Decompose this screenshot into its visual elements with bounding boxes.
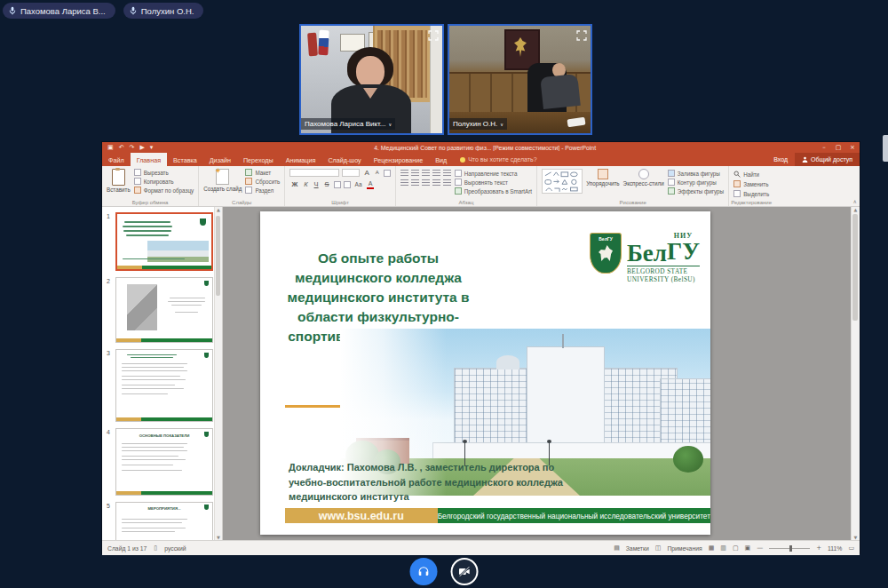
numbering-button[interactable] [411,169,419,176]
font-size-box[interactable] [342,169,360,177]
slide-thumbnail[interactable] [115,349,213,422]
redo-icon[interactable]: ↷ [130,144,135,151]
tab-review[interactable]: Рецензирование [368,153,430,166]
replace-button[interactable]: Заменить [733,180,769,187]
columns-button[interactable] [443,179,451,186]
justify-button[interactable] [432,179,440,186]
current-slide[interactable]: БелГУ Бел НИУ ГУ BELGOROD STATE [260,211,710,535]
slide-thumbnail[interactable]: ОСНОВНЫЕ ПОКАЗАТЕЛИ [115,428,213,496]
reset-button[interactable]: Сбросить [245,178,280,185]
canvas-scrollbar[interactable]: ▲ ▼ [851,207,860,540]
video-tile-pakhomova[interactable]: Пахомова Лариса Викт... ∨ [299,24,444,135]
zoom-level[interactable]: 111% [828,545,842,552]
tab-file[interactable]: Файл [102,153,131,166]
audio-button[interactable] [410,558,438,585]
notes-toggle[interactable]: Заметки [626,545,649,552]
video-tile-polukhin[interactable]: Полухин О.Н. ∨ [448,24,592,135]
shape-effects-button[interactable]: Эффекты фигуры [668,187,724,195]
shapes-gallery[interactable] [542,169,583,194]
new-slide-button[interactable]: Создать слайд [203,169,242,192]
thumbnail-scrollbar[interactable]: ▲ ▼ [214,207,222,540]
language-indicator[interactable]: русский [164,545,186,552]
tell-me-box[interactable]: Что вы хотите сделать? [453,153,543,166]
quick-styles-button[interactable]: Экспресс-стили [623,169,664,187]
sign-in-button[interactable]: Вход [766,153,795,166]
character-spacing-icon[interactable] [344,181,351,188]
cut-button[interactable]: Вырезать [134,169,194,176]
shape-outline-button[interactable]: Контур фигуры [668,179,724,186]
indent-increase-button[interactable] [432,169,440,176]
text-shadow-icon[interactable] [334,181,341,188]
slide-thumbnail[interactable] [115,212,213,271]
slide-thumbnail[interactable]: МЕРОПРИЯТИЯ... [115,502,213,540]
tab-design[interactable]: Дизайн [203,153,237,166]
expand-video-icon[interactable] [576,28,587,39]
zoom-slider[interactable] [769,548,810,549]
section-button[interactable]: Раздел [245,187,280,194]
smartart-button[interactable]: Преобразовать в SmartArt [455,187,532,195]
paste-button[interactable]: Вставить [107,169,131,193]
view-slideshow-icon[interactable]: ▣ [745,544,751,552]
shape-fill-button[interactable]: Заливка фигуры [668,170,724,177]
align-left-button[interactable] [400,179,408,186]
ppt-titlebar[interactable]: ▣ ↶ ↷ ▶ ▾ 4. Медицинский Совет по развит… [102,142,860,153]
text-direction-button[interactable]: Направление текста [455,170,532,177]
undo-icon[interactable]: ↶ [119,144,124,151]
scrollbar-thumb[interactable] [216,216,220,296]
expand-video-icon[interactable] [428,28,439,39]
scroll-up-icon[interactable]: ▲ [217,207,220,212]
share-button[interactable]: Общий доступ [795,153,860,166]
select-button[interactable]: Выделить [733,190,769,197]
video-name-label[interactable]: Полухин О.Н. ∨ [449,118,507,130]
slideshow-icon[interactable]: ▶ [139,144,144,151]
align-right-button[interactable] [422,179,430,186]
find-button[interactable]: Найти [733,171,769,178]
zoom-in-button[interactable]: + [816,544,821,552]
indent-decrease-button[interactable] [422,169,430,176]
zoom-slider-thumb[interactable] [789,545,792,552]
grow-font-button[interactable]: А [362,169,370,177]
underline-button[interactable]: Ч [313,180,321,188]
tab-insert[interactable]: Вставка [167,153,203,166]
arrange-button[interactable]: Упорядочить [586,169,619,187]
video-off-button[interactable] [451,558,479,585]
comments-toggle[interactable]: Примечания [667,545,702,552]
collapse-ribbon-icon[interactable]: ∧ [853,198,857,204]
font-color-button[interactable]: А [367,179,375,189]
tab-view[interactable]: Вид [429,153,453,166]
scroll-up-icon[interactable]: ▲ [854,207,858,212]
participant-badge[interactable]: Пахомова Лариса В... [3,3,115,19]
scroll-down-icon[interactable]: ▼ [854,535,858,540]
format-painter-button[interactable]: Формат по образцу [134,187,194,194]
proofing-icon[interactable]: ▯ [154,544,157,552]
tab-slideshow[interactable]: Слайд-шоу [321,153,367,166]
maximize-button[interactable]: ▢ [831,142,845,153]
align-center-button[interactable] [411,179,419,186]
change-case-button[interactable]: Аа [353,180,364,188]
scrollbar-thumb[interactable] [852,214,858,321]
participant-badge[interactable]: Полухин О.Н. [123,3,204,19]
tab-animations[interactable]: Анимация [280,153,322,166]
view-normal-icon[interactable]: ▦ [709,544,715,552]
bullets-button[interactable] [400,169,408,176]
slide-thumbnail[interactable] [115,277,213,343]
italic-button[interactable]: К [302,180,309,188]
shrink-font-button[interactable]: А [374,169,381,177]
view-sorter-icon[interactable]: ▥ [720,544,726,552]
align-text-button[interactable]: Выровнять текст [455,179,532,186]
video-name-label[interactable]: Пахомова Лариса Викт... ∨ [301,118,395,130]
strikethrough-button[interactable]: S [323,180,331,188]
close-button[interactable]: × [845,142,860,153]
save-icon[interactable]: ▣ [107,144,114,151]
tab-home[interactable]: Главная [131,153,167,166]
zoom-out-button[interactable]: — [757,544,763,552]
tab-transitions[interactable]: Переходы [237,153,280,166]
bold-button[interactable]: Ж [289,180,299,188]
minimize-button[interactable]: – [817,142,831,153]
line-spacing-button[interactable] [443,169,451,176]
layout-button[interactable]: Макет [245,169,280,176]
view-reading-icon[interactable]: ▢ [733,544,739,552]
scroll-down-icon[interactable]: ▼ [217,535,220,540]
side-panel-handle[interactable] [883,135,888,162]
font-name-box[interactable] [289,169,339,177]
